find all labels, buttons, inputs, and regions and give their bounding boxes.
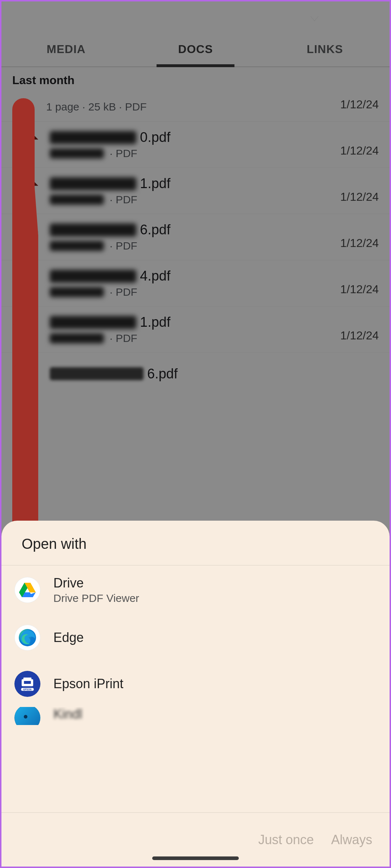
svg-text:EPSON: EPSON: [23, 688, 32, 691]
just-once-button[interactable]: Just once: [258, 832, 314, 847]
drive-icon: [14, 577, 40, 603]
edge-icon: [14, 625, 40, 651]
open-with-sheet: Open with Drive Drive PDF Viewer: [1, 521, 390, 867]
nav-handle[interactable]: [152, 856, 239, 860]
epson-icon: EPSON: [14, 671, 40, 697]
svg-point-19: [24, 715, 27, 719]
app-option-edge[interactable]: Edge: [1, 615, 390, 661]
always-button[interactable]: Always: [331, 832, 372, 847]
app-option-epson[interactable]: EPSON Epson iPrint: [1, 661, 390, 707]
sheet-title: Open with: [1, 521, 390, 565]
app-name: Drive: [53, 576, 139, 591]
app-option-partial[interactable]: Kindl: [1, 707, 390, 725]
app-sub: Drive PDF Viewer: [53, 592, 139, 604]
app-icon: [14, 707, 40, 725]
svg-rect-16: [24, 681, 31, 684]
app-name: Kindl: [53, 707, 82, 722]
svg-rect-15: [23, 677, 31, 680]
app-option-drive[interactable]: Drive Drive PDF Viewer: [1, 565, 390, 615]
app-name: Epson iPrint: [53, 676, 123, 691]
app-name: Edge: [53, 630, 84, 645]
